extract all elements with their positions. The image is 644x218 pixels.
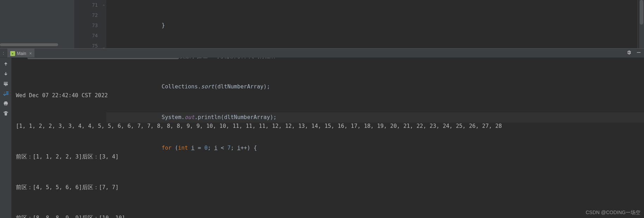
code-line[interactable]: } <box>106 20 644 31</box>
scroll-to-end-icon[interactable] <box>2 90 9 96</box>
console-line: [1, 1, 2, 2, 3, 3, 4, 4, 5, 5, 6, 6, 7, … <box>16 121 640 131</box>
run-body: Wed Dec 07 22:42:40 CST 2022 [1, 1, 2, 2… <box>0 58 644 218</box>
editor-code[interactable]: } //不重复数字验证 可以放开以下代码行注释 Collections.sort… <box>106 0 644 48</box>
gear-icon[interactable] <box>626 50 631 56</box>
line-number: 73 <box>75 20 98 31</box>
editor-area: 71 72 73 74 75 ⌃ ⌄ } //不重复数字验证 可以放开以下代码行… <box>0 0 644 48</box>
editor-margin-line <box>638 0 638 48</box>
console-line: 前区：[8, 8, 8, 9, 9]后区：[10, 10] <box>16 213 640 218</box>
run-config-icon: ▸ <box>10 51 15 56</box>
up-icon[interactable] <box>2 61 9 67</box>
editor-scrollbar-track[interactable] <box>639 0 644 48</box>
console-output[interactable]: Wed Dec 07 22:42:40 CST 2022 [1, 1, 2, 2… <box>12 58 644 218</box>
editor-gutter: 71 72 73 74 75 ⌃ ⌄ <box>75 0 106 48</box>
console-line: 前区：[1, 1, 2, 2, 3]后区：[3, 4] <box>16 152 640 162</box>
project-panel[interactable] <box>0 0 75 48</box>
console-line: 前区：[4, 5, 5, 6, 6]后区：[7, 7] <box>16 182 640 193</box>
print-icon[interactable] <box>2 100 9 106</box>
soft-wrap-icon[interactable] <box>2 80 9 87</box>
project-scrollbar[interactable] <box>0 43 58 46</box>
minimize-icon[interactable] <box>636 50 641 56</box>
fold-icon[interactable]: ⌃ <box>102 1 105 11</box>
tab-name: Main <box>17 51 26 56</box>
console-line: Wed Dec 07 22:42:40 CST 2022 <box>16 91 640 101</box>
down-icon[interactable] <box>2 70 9 77</box>
run-toolbar <box>0 58 12 218</box>
line-number: 72 <box>75 10 98 20</box>
run-panel: : ▸ Main × Wed Dec 07 22:42:40 CST 2022 … <box>0 48 644 218</box>
editor-scrollbar-thumb[interactable] <box>640 0 643 25</box>
svg-rect-0 <box>637 52 641 53</box>
line-number: 74 <box>75 31 98 41</box>
run-tab-bar: : ▸ Main × <box>0 49 644 58</box>
watermark: CSDN @CODING一场空 <box>586 210 640 216</box>
line-number: 71 <box>75 0 98 10</box>
run-tab[interactable]: ▸ Main × <box>7 49 34 57</box>
command-line-bg <box>27 58 179 59</box>
trash-icon[interactable] <box>2 110 9 116</box>
close-icon[interactable]: × <box>29 51 32 56</box>
run-label: : <box>3 51 4 56</box>
